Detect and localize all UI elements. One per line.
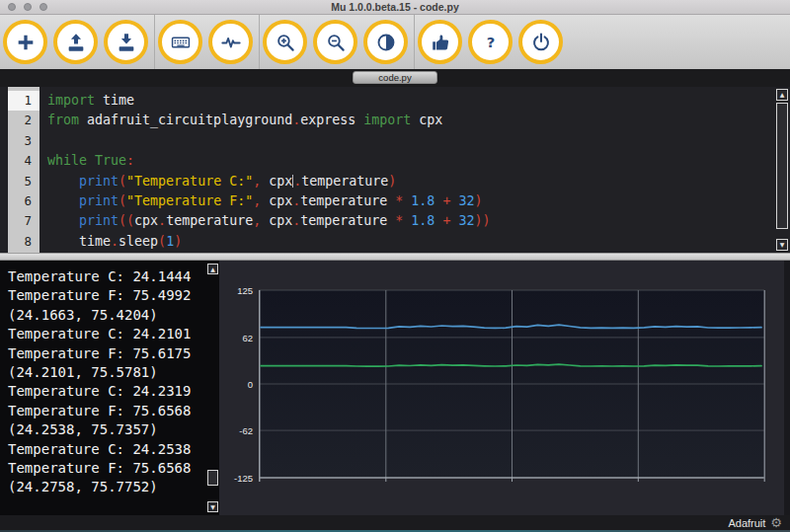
serial-console[interactable]: Temperature C: 24.1444Temperature F: 75.… xyxy=(0,261,219,515)
window-title: Mu 1.0.0.beta.15 - code.py xyxy=(0,1,790,13)
plus-icon xyxy=(15,32,37,53)
tab-bar: code.py xyxy=(0,69,790,87)
magnifier-minus-icon xyxy=(325,32,347,53)
console-scroll-up-icon[interactable]: ▲ xyxy=(207,264,218,274)
toolbar-button-serial[interactable] xyxy=(158,20,202,64)
question-icon xyxy=(480,32,502,53)
status-bar: Adafruit ⚙ xyxy=(0,515,790,530)
plotter-pane: 125620-62-125 xyxy=(219,261,790,515)
line-number: 2 xyxy=(8,111,40,130)
toolbar-button-load[interactable] xyxy=(53,20,98,64)
line-number: 6 xyxy=(8,191,40,211)
console-line: (24.2101, 75.5781) xyxy=(8,363,219,382)
line-number: 3 xyxy=(8,131,40,151)
console-line: Temperature C: 24.2319 xyxy=(8,382,219,401)
code-line: print("Temperature C:", cpx.temperature) xyxy=(47,172,790,191)
toolbar-button-plotter[interactable] xyxy=(208,20,253,64)
toolbar-group-divider xyxy=(414,15,415,69)
toolbar-button-check[interactable] xyxy=(418,20,462,64)
console-line: Temperature F: 75.6568 xyxy=(8,402,219,420)
editor-scroll-down-icon[interactable]: ▼ xyxy=(776,239,788,251)
y-axis-tick-label: 125 xyxy=(219,285,253,296)
y-axis-tick-label: -62 xyxy=(219,425,253,436)
console-line: Temperature F: 75.6175 xyxy=(8,344,219,363)
thumbs-up-icon xyxy=(430,32,451,53)
upload-icon xyxy=(65,32,87,53)
code-line xyxy=(47,131,790,151)
console-line: Temperature C: 24.2101 xyxy=(8,325,219,343)
pane-splitter[interactable] xyxy=(0,253,790,261)
console-line: Temperature F: 75.6568 xyxy=(8,459,219,478)
code-text-area[interactable]: import timefrom adafruit_circuitplaygrou… xyxy=(40,87,790,253)
line-number-gutter: 12345678 xyxy=(8,87,40,253)
console-line: (24.2538, 75.7357) xyxy=(8,420,219,439)
y-axis-tick-label: 0 xyxy=(219,379,253,390)
y-axis-tick-label: -125 xyxy=(219,473,253,484)
magnifier-plus-icon xyxy=(275,32,296,53)
toolbar-button-new[interactable] xyxy=(3,20,47,64)
waveform-icon xyxy=(220,32,242,53)
console-scroll-down-icon[interactable]: ▼ xyxy=(207,501,218,512)
toolbar-button-zoom-out[interactable] xyxy=(313,20,357,64)
toolbar-button-quit[interactable] xyxy=(518,20,563,64)
console-line: Temperature C: 24.1444 xyxy=(8,267,219,286)
console-line: (24.1663, 75.4204) xyxy=(8,306,219,325)
toolbar-button-theme[interactable] xyxy=(363,20,408,64)
line-number: 8 xyxy=(8,232,40,252)
line-number: 4 xyxy=(8,151,40,171)
adafruit-brand-label: Adafruit xyxy=(728,517,765,529)
code-line: import time xyxy=(47,91,790,111)
editor-scrollbar-thumb[interactable] xyxy=(776,103,788,229)
serial-console-output: Temperature C: 24.1444Temperature F: 75.… xyxy=(0,261,219,497)
code-line: from adafruit_circuitplayground.express … xyxy=(47,111,790,130)
console-scrollbar-thumb[interactable] xyxy=(207,470,218,486)
line-number: 5 xyxy=(8,172,40,191)
mu-editor-window: Mu 1.0.0.beta.15 - code.py code.py 12345… xyxy=(0,0,790,532)
console-line: Temperature F: 75.4992 xyxy=(8,286,219,305)
console-line: (24.2758, 75.7752) xyxy=(8,478,219,496)
download-icon xyxy=(116,32,137,53)
toolbar-button-save[interactable] xyxy=(104,20,148,64)
toolbar-button-zoom-in[interactable] xyxy=(263,20,307,64)
title-bar: Mu 1.0.0.beta.15 - code.py xyxy=(0,0,790,15)
toolbar-group-divider xyxy=(259,15,260,69)
code-line: print((cpx.temperature, cpx.temperature … xyxy=(47,211,790,231)
power-icon xyxy=(530,32,552,53)
plotter-chart xyxy=(259,290,765,478)
line-number: 7 xyxy=(8,211,40,231)
editor-scroll-up-icon[interactable]: ▲ xyxy=(776,89,788,101)
toolbar-group-divider xyxy=(154,15,155,69)
contrast-icon xyxy=(375,32,397,53)
code-editor: 12345678 import timefrom adafruit_circui… xyxy=(0,87,790,253)
bottom-panes: Temperature C: 24.1444Temperature F: 75.… xyxy=(0,261,790,515)
code-line: while True: xyxy=(47,151,790,171)
y-axis-tick-label: 62 xyxy=(219,333,253,343)
code-line: time.sleep(1) xyxy=(47,232,790,252)
code-line: print("Temperature F:", cpx.temperature … xyxy=(47,191,790,211)
console-line: Temperature C: 24.2538 xyxy=(8,440,219,459)
tab-code-py[interactable]: code.py xyxy=(353,71,437,84)
gear-icon[interactable]: ⚙ xyxy=(770,516,782,529)
line-number: 1 xyxy=(8,91,40,111)
toolbar xyxy=(0,15,790,69)
toolbar-button-help[interactable] xyxy=(468,20,513,64)
keyboard-icon xyxy=(170,32,192,53)
plotter-canvas xyxy=(259,290,765,484)
